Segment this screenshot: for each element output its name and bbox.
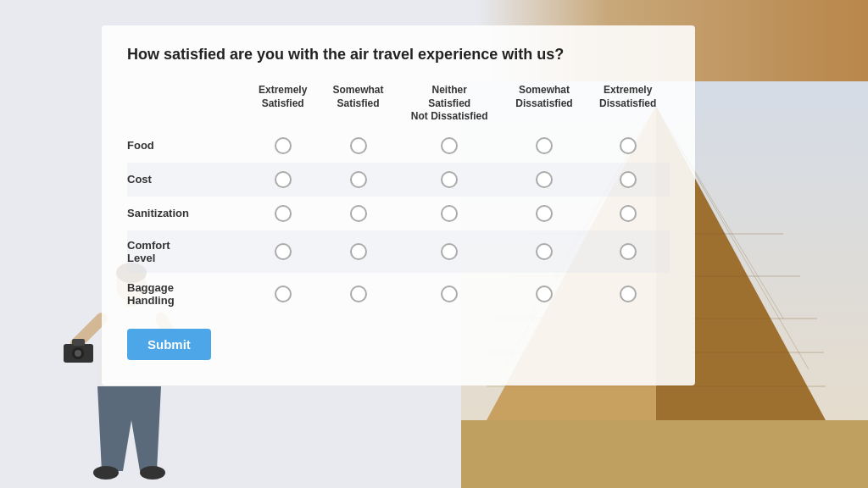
radio-baggage-extremely-satisfied[interactable] xyxy=(275,286,292,302)
radio-food-neither[interactable] xyxy=(441,137,458,154)
radio-food-somewhat-dissatisfied[interactable] xyxy=(536,137,553,154)
radio-food-extremely-satisfied[interactable] xyxy=(275,137,292,154)
svg-rect-24 xyxy=(72,339,85,346)
radio-sanitization-somewhat-satisfied[interactable] xyxy=(350,205,367,222)
row-label-baggage: BaggageHandling xyxy=(127,273,246,315)
radio-cost-somewhat-dissatisfied[interactable] xyxy=(536,171,553,188)
radio-comfort-neither[interactable] xyxy=(441,243,458,260)
row-label-sanitization: Sanitization xyxy=(127,197,246,230)
radio-cost-neither[interactable] xyxy=(441,171,458,188)
svg-point-26 xyxy=(75,350,81,357)
radio-cost-extremely-dissatisfied[interactable] xyxy=(620,171,637,188)
radio-sanitization-extremely-satisfied[interactable] xyxy=(275,205,292,222)
col-header-extremely-satisfied: ExtremelySatisfied xyxy=(246,79,320,129)
table-row: Food xyxy=(127,129,670,163)
col-header-label xyxy=(127,79,246,129)
row-label-comfort: ComfortLevel xyxy=(127,230,246,273)
submit-button[interactable]: Submit xyxy=(127,329,211,360)
radio-comfort-extremely-dissatisfied[interactable] xyxy=(620,243,637,260)
col-header-somewhat-satisfied: SomewhatSatisfied xyxy=(320,79,396,129)
radio-sanitization-somewhat-dissatisfied[interactable] xyxy=(536,205,553,222)
svg-rect-19 xyxy=(461,420,868,488)
row-label-cost: Cost xyxy=(127,163,246,197)
radio-sanitization-neither[interactable] xyxy=(441,205,458,222)
survey-panel: How satisfied are you with the air trave… xyxy=(102,25,695,385)
radio-sanitization-extremely-dissatisfied[interactable] xyxy=(620,205,637,222)
radio-comfort-somewhat-satisfied[interactable] xyxy=(350,243,367,260)
col-header-extremely-dissatisfied: ExtremelyDissatisfied xyxy=(586,79,670,129)
svg-point-27 xyxy=(93,466,119,480)
radio-comfort-extremely-satisfied[interactable] xyxy=(275,243,292,260)
radio-food-extremely-dissatisfied[interactable] xyxy=(620,137,637,154)
table-row: ComfortLevel xyxy=(127,230,670,273)
radio-food-somewhat-satisfied[interactable] xyxy=(350,137,367,154)
radio-baggage-somewhat-satisfied[interactable] xyxy=(350,286,367,302)
row-label-food: Food xyxy=(127,129,246,163)
radio-baggage-somewhat-dissatisfied[interactable] xyxy=(536,286,553,302)
table-row: Cost xyxy=(127,163,670,197)
table-row: BaggageHandling xyxy=(127,273,670,315)
survey-title: How satisfied are you with the air trave… xyxy=(127,46,670,64)
svg-point-28 xyxy=(140,466,165,480)
radio-cost-somewhat-satisfied[interactable] xyxy=(350,171,367,188)
table-row: Sanitization xyxy=(127,197,670,230)
radio-baggage-extremely-dissatisfied[interactable] xyxy=(620,286,637,302)
col-header-somewhat-dissatisfied: SomewhatDissatisfied xyxy=(503,79,587,129)
radio-cost-extremely-satisfied[interactable] xyxy=(275,171,292,188)
radio-comfort-somewhat-dissatisfied[interactable] xyxy=(536,243,553,260)
survey-table: ExtremelySatisfied SomewhatSatisfied Nei… xyxy=(127,79,670,315)
col-header-neither: NeitherSatisfiedNot Dissatisfied xyxy=(397,79,503,129)
radio-baggage-neither[interactable] xyxy=(441,286,458,302)
